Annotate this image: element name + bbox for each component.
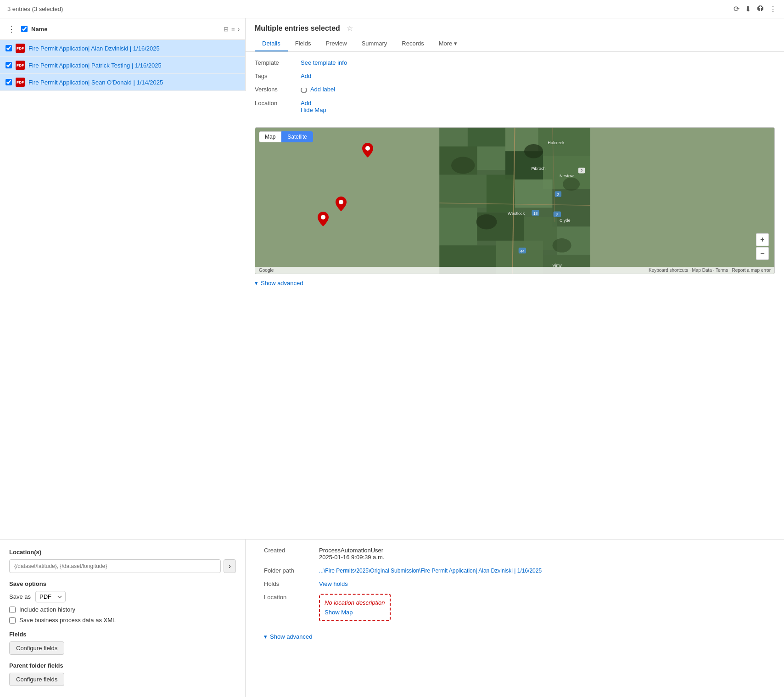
holds-row: Holds View holds	[264, 580, 766, 587]
location-highlight-row: Location No location description Show Ma…	[264, 594, 766, 621]
table-row[interactable]: PDF Fire Permit Application| Sean O'Dona…	[0, 74, 245, 91]
save-as-label: Save as	[9, 593, 31, 600]
zoom-in-button[interactable]: +	[756, 233, 769, 246]
svg-point-23	[451, 157, 475, 174]
location-go-button[interactable]: ›	[224, 559, 236, 573]
svg-point-44	[365, 146, 370, 151]
tab-summary[interactable]: Summary	[354, 36, 395, 51]
map-tab-map[interactable]: Map	[259, 131, 281, 142]
svg-rect-13	[439, 208, 477, 245]
row-checkbox-1[interactable]	[6, 45, 12, 51]
svg-point-25	[563, 177, 580, 191]
left-panel: ⋮ Name ⊞ ≡ › PDF Fire Permit Application…	[0, 18, 246, 91]
include-history-checkbox[interactable]	[9, 607, 16, 613]
svg-rect-2	[468, 128, 505, 146]
panel-header: Multiple entries selected ☆	[246, 18, 784, 33]
file-name-3[interactable]: Fire Permit Application| Sean O'Donald |…	[28, 79, 163, 86]
dots-menu[interactable]: ⋮	[6, 22, 17, 36]
row-checkbox-2[interactable]	[6, 62, 12, 68]
details-content: Template See template info Tags Add Vers…	[246, 52, 784, 127]
right-panel: Multiple entries selected ☆ Details Fiel…	[246, 18, 784, 539]
location-show-map-link[interactable]: Show Map	[325, 609, 385, 616]
pdf-icon-2: PDF	[16, 61, 25, 70]
save-xml-checkbox[interactable]	[9, 617, 16, 624]
chevron-down-icon: ▾	[454, 40, 457, 47]
google-branding: Google	[259, 268, 274, 273]
file-name-2[interactable]: Fire Permit Application| Patrick Testing…	[28, 62, 162, 69]
tab-more[interactable]: More ▾	[431, 36, 465, 51]
show-advanced-button-bottom[interactable]: ▾ Show advanced	[264, 628, 766, 646]
row-checkbox-3[interactable]	[6, 79, 12, 85]
svg-text:2: 2	[556, 213, 559, 217]
parent-folder-label: Parent folder fields	[9, 662, 236, 669]
view-toggle[interactable]: ⊞ ≡ ›	[224, 26, 240, 33]
save-as-select[interactable]: PDF Word Excel	[35, 591, 66, 602]
map-footer: Google Keyboard shortcuts · Map Data · T…	[255, 267, 774, 274]
favorite-star-icon[interactable]: ☆	[347, 24, 353, 33]
main-layout: ⋮ Name ⊞ ≡ › PDF Fire Permit Application…	[0, 18, 784, 539]
fields-label: Fields	[9, 631, 236, 638]
chevron-down-icon-top: ▾	[255, 280, 258, 287]
tags-add-link[interactable]: Add	[301, 73, 311, 79]
parent-folder-section: Parent folder fields Configure fields	[9, 662, 236, 686]
zoom-out-button[interactable]: −	[756, 247, 769, 260]
created-value: ProcessAutomationUser 2025-01-16 9:09:39…	[319, 547, 766, 561]
holds-value: View holds	[319, 580, 766, 587]
tab-details[interactable]: Details	[255, 36, 288, 51]
svg-text:18: 18	[533, 211, 538, 215]
svg-text:Westlock: Westlock	[508, 211, 525, 215]
list-view-icon[interactable]: ≡	[231, 26, 235, 33]
chevron-down-icon-bottom: ▾	[264, 633, 267, 640]
table-row[interactable]: PDF Fire Permit Application| Patrick Tes…	[0, 57, 245, 74]
tags-row: Tags Add	[255, 73, 775, 79]
location-input[interactable]	[9, 559, 221, 573]
map-tab-satellite[interactable]: Satellite	[281, 131, 313, 142]
location-no-desc: No location description	[325, 599, 385, 606]
svg-rect-10	[487, 174, 515, 212]
versions-label: Versions	[255, 86, 301, 93]
save-options-label: Save options	[9, 580, 236, 587]
show-advanced-button-top[interactable]: ▾ Show advanced	[246, 274, 784, 292]
file-name-1[interactable]: Fire Permit Application| Alan Dzviniski …	[28, 45, 160, 52]
map-tabs: Map Satellite	[259, 131, 313, 142]
right-details-section: Created ProcessAutomationUser 2025-01-16…	[255, 540, 775, 653]
location-detail-label: Location	[264, 594, 319, 601]
location-add-link[interactable]: Add	[301, 100, 311, 107]
map-pin-2[interactable]	[336, 197, 347, 213]
select-all-checkbox[interactable]	[21, 26, 28, 32]
tab-records[interactable]: Records	[394, 36, 431, 51]
map-pin-1[interactable]	[362, 143, 373, 159]
include-history-label: Include action history	[19, 606, 75, 613]
tab-fields[interactable]: Fields	[288, 36, 319, 51]
map-pin-3[interactable]	[318, 212, 329, 228]
map-container[interactable]: Halcreek Pibroch Nestow Westlock Clyde V…	[255, 127, 775, 274]
grid-view-icon[interactable]: ⊞	[224, 26, 229, 33]
template-value: See template info	[301, 59, 775, 66]
location-detail-value: No location description Show Map	[319, 594, 766, 621]
save-as-row: Save as PDF Word Excel	[9, 591, 236, 602]
expand-icon[interactable]: ›	[238, 26, 240, 33]
folder-path-link[interactable]: ...\Fire Permits\2025\Original Submissio…	[319, 568, 542, 574]
template-link[interactable]: See template info	[301, 59, 347, 66]
versions-row: Versions Add label	[255, 86, 775, 93]
svg-text:Clyde: Clyde	[560, 218, 571, 223]
tags-label: Tags	[255, 73, 301, 79]
tab-preview[interactable]: Preview	[318, 36, 354, 51]
toolbar-icons: ⟳ ⬇ ⮉ ⋮	[734, 5, 777, 13]
versions-add-label-link[interactable]: Add label	[310, 86, 335, 93]
holds-link[interactable]: View holds	[319, 580, 348, 587]
table-row[interactable]: PDF Fire Permit Application| Alan Dzvini…	[0, 40, 245, 57]
svg-rect-11	[515, 179, 553, 208]
more-icon[interactable]: ⋮	[769, 5, 777, 13]
configure-fields-button[interactable]: Configure fields	[9, 641, 64, 655]
location-hide-map-link[interactable]: Hide Map	[301, 107, 326, 113]
svg-point-24	[524, 144, 543, 158]
tab-bar: Details Fields Preview Summary Records M…	[246, 36, 784, 52]
share-icon[interactable]: ⮉	[756, 5, 764, 13]
name-column-header: Name	[31, 26, 220, 33]
created-date: 2025-01-16 9:09:39 a.m.	[319, 554, 766, 561]
refresh-icon[interactable]: ⟳	[734, 5, 739, 13]
download-icon[interactable]: ⬇	[745, 5, 751, 13]
tags-value: Add	[301, 73, 775, 79]
configure-fields-button-2[interactable]: Configure fields	[9, 673, 64, 686]
